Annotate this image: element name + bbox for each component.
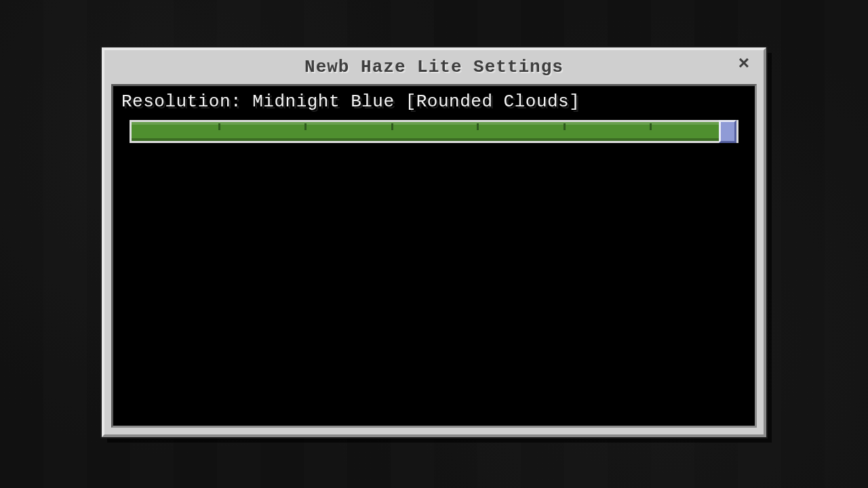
slider-thumb[interactable] bbox=[719, 120, 736, 143]
slider-fill bbox=[132, 122, 736, 141]
window-title: Newb Haze Lite Settings bbox=[304, 57, 564, 77]
close-button[interactable]: × bbox=[734, 56, 754, 76]
window-titlebar: Newb Haze Lite Settings × bbox=[104, 50, 764, 84]
settings-content: Resolution: Midnight Blue [Rounded Cloud… bbox=[111, 84, 757, 428]
close-icon: × bbox=[738, 54, 750, 75]
resolution-slider-wrap bbox=[130, 120, 738, 143]
resolution-option-label: Resolution: Midnight Blue [Rounded Cloud… bbox=[121, 92, 747, 112]
settings-window: Newb Haze Lite Settings × Resolution: Mi… bbox=[102, 47, 766, 437]
resolution-slider[interactable] bbox=[130, 120, 738, 143]
